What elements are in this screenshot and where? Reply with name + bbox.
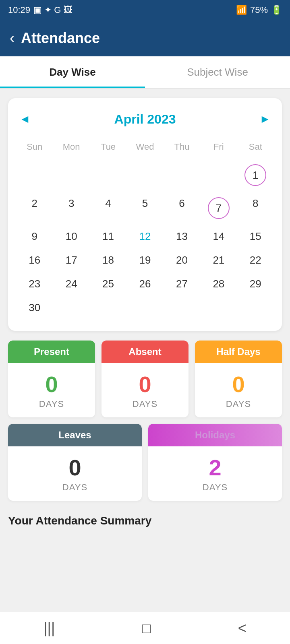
absent-unit: DAYS bbox=[102, 399, 188, 417]
cal-day-14[interactable]: 14 bbox=[200, 225, 237, 248]
cal-day-9[interactable]: 9 bbox=[16, 225, 53, 248]
status-bar: 10:29 ▣ ✦ G 🖼 📶 75% 🔋 bbox=[0, 0, 290, 20]
cal-day-1[interactable]: 1 bbox=[237, 159, 274, 192]
cal-day-13[interactable]: 13 bbox=[164, 225, 200, 248]
page-title: Attendance bbox=[21, 30, 100, 47]
cal-day-15[interactable]: 15 bbox=[237, 225, 274, 248]
cal-empty-2 bbox=[53, 159, 89, 192]
attendance-summary-title: Your Attendance Summary bbox=[8, 510, 282, 535]
halfdays-value: 0 bbox=[195, 363, 282, 399]
cal-day-22[interactable]: 22 bbox=[237, 248, 274, 272]
battery-level: 75% bbox=[250, 5, 268, 15]
cal-empty-end-4 bbox=[164, 296, 200, 320]
cal-day-23[interactable]: 23 bbox=[16, 272, 53, 296]
calendar-header: ◄ April 2023 ► bbox=[16, 109, 274, 129]
status-right: 📶 75% 🔋 bbox=[236, 5, 282, 15]
stat-halfdays: Half Days 0 DAYS bbox=[195, 341, 282, 417]
stat-absent: Absent 0 DAYS bbox=[102, 341, 188, 417]
present-unit: DAYS bbox=[8, 399, 95, 417]
cal-empty-3 bbox=[90, 159, 126, 192]
cal-day-16[interactable]: 16 bbox=[16, 248, 53, 272]
weekday-fri: Fri bbox=[200, 138, 237, 155]
cal-day-6[interactable]: 6 bbox=[164, 192, 200, 225]
main-content: ◄ April 2023 ► Sun Mon Tue Wed Thu Fri S… bbox=[0, 89, 290, 545]
status-time: 10:29 bbox=[8, 5, 30, 15]
calendar-days: 1 2 3 4 5 6 7 8 9 10 11 12 13 14 15 16 1… bbox=[16, 159, 274, 320]
stats-top-row: Present 0 DAYS Absent 0 DAYS Half Days 0… bbox=[8, 341, 282, 417]
cal-empty-4 bbox=[126, 159, 163, 192]
cal-day-25[interactable]: 25 bbox=[90, 272, 126, 296]
cal-day-24[interactable]: 24 bbox=[53, 272, 89, 296]
cal-day-7[interactable]: 7 bbox=[200, 192, 237, 225]
tab-day-wise[interactable]: Day Wise bbox=[0, 56, 145, 88]
cal-day-11[interactable]: 11 bbox=[90, 225, 126, 248]
cal-empty-end-1 bbox=[53, 296, 89, 320]
cal-day-29[interactable]: 29 bbox=[237, 272, 274, 296]
cal-day-18[interactable]: 18 bbox=[90, 248, 126, 272]
halfdays-label: Half Days bbox=[195, 341, 282, 363]
cal-day-5[interactable]: 5 bbox=[126, 192, 163, 225]
absent-label: Absent bbox=[102, 341, 188, 363]
stat-present: Present 0 DAYS bbox=[8, 341, 95, 417]
holidays-unit: DAYS bbox=[148, 482, 282, 501]
cal-day-2[interactable]: 2 bbox=[16, 192, 53, 225]
tab-bar: Day Wise Subject Wise bbox=[0, 56, 290, 89]
weekday-sun: Sun bbox=[16, 138, 53, 155]
status-icons: ▣ ✦ G 🖼 bbox=[33, 5, 72, 15]
cal-day-30[interactable]: 30 bbox=[16, 296, 53, 320]
weekday-tue: Tue bbox=[90, 138, 126, 155]
absent-value: 0 bbox=[102, 363, 188, 399]
leaves-unit: DAYS bbox=[8, 482, 142, 501]
cal-empty-5 bbox=[164, 159, 200, 192]
back-button[interactable]: ‹ bbox=[10, 30, 14, 47]
cal-empty-end-2 bbox=[90, 296, 126, 320]
calendar-month-year: April 2023 bbox=[114, 112, 176, 127]
present-label: Present bbox=[8, 341, 95, 363]
cal-day-19[interactable]: 19 bbox=[126, 248, 163, 272]
next-month-button[interactable]: ► bbox=[256, 109, 274, 129]
cal-empty-end-3 bbox=[126, 296, 163, 320]
calendar-weekdays: Sun Mon Tue Wed Thu Fri Sat bbox=[16, 138, 274, 155]
cal-empty-1 bbox=[16, 159, 53, 192]
app-header: ‹ Attendance bbox=[0, 20, 290, 56]
cal-day-21[interactable]: 21 bbox=[200, 248, 237, 272]
cal-day-8[interactable]: 8 bbox=[237, 192, 274, 225]
home-icon[interactable]: □ bbox=[142, 620, 151, 637]
cal-day-17[interactable]: 17 bbox=[53, 248, 89, 272]
bottom-nav: ||| □ < bbox=[0, 612, 290, 644]
cal-day-28[interactable]: 28 bbox=[200, 272, 237, 296]
present-value: 0 bbox=[8, 363, 95, 399]
weekday-sat: Sat bbox=[237, 138, 274, 155]
stat-holidays: Holidays 2 DAYS bbox=[148, 424, 282, 501]
prev-month-button[interactable]: ◄ bbox=[16, 109, 34, 129]
cal-day-10[interactable]: 10 bbox=[53, 225, 89, 248]
battery-icon: 🔋 bbox=[271, 5, 282, 15]
weekday-wed: Wed bbox=[126, 138, 163, 155]
cal-empty-end-5 bbox=[200, 296, 237, 320]
cal-day-26[interactable]: 26 bbox=[126, 272, 163, 296]
cal-day-3[interactable]: 3 bbox=[53, 192, 89, 225]
stats-bottom-row: Leaves 0 DAYS Holidays 2 DAYS bbox=[8, 424, 282, 501]
cal-day-27[interactable]: 27 bbox=[164, 272, 200, 296]
wifi-icon: 📶 bbox=[236, 5, 247, 15]
halfdays-unit: DAYS bbox=[195, 399, 282, 417]
cal-day-20[interactable]: 20 bbox=[164, 248, 200, 272]
cal-day-4[interactable]: 4 bbox=[90, 192, 126, 225]
cal-empty-end-6 bbox=[237, 296, 274, 320]
calendar-card: ◄ April 2023 ► Sun Mon Tue Wed Thu Fri S… bbox=[8, 98, 282, 331]
weekday-mon: Mon bbox=[53, 138, 89, 155]
weekday-thu: Thu bbox=[164, 138, 200, 155]
cal-day-12[interactable]: 12 bbox=[126, 225, 163, 248]
stat-leaves: Leaves 0 DAYS bbox=[8, 424, 142, 501]
menu-icon[interactable]: ||| bbox=[44, 620, 55, 637]
back-nav-icon[interactable]: < bbox=[238, 620, 246, 637]
status-left: 10:29 ▣ ✦ G 🖼 bbox=[8, 5, 72, 15]
holidays-value: 2 bbox=[148, 446, 282, 482]
cal-empty-6 bbox=[200, 159, 237, 192]
leaves-value: 0 bbox=[8, 446, 142, 482]
leaves-label: Leaves bbox=[8, 424, 142, 446]
tab-subject-wise[interactable]: Subject Wise bbox=[145, 56, 290, 88]
holidays-label: Holidays bbox=[148, 424, 282, 446]
